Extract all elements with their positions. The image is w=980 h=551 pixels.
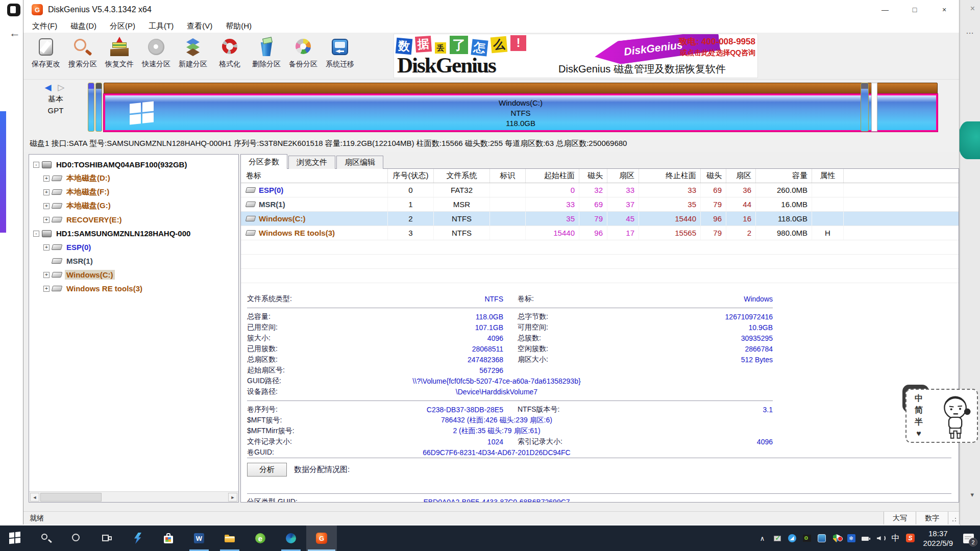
quick-partition-button[interactable]: 快速分区: [138, 35, 175, 78]
tray-ime-lang-icon[interactable]: 中: [891, 528, 901, 548]
scroll-left-icon[interactable]: ◄: [30, 493, 39, 502]
ime-mode-char[interactable]: 中: [914, 393, 924, 404]
tray-nvidia-icon[interactable]: [802, 528, 812, 548]
tree-item-windows-re[interactable]: + Windows RE tools(3): [29, 282, 238, 295]
tray-battery-icon[interactable]: [861, 528, 871, 548]
task-view-icon[interactable]: [92, 525, 122, 551]
background-close-icon[interactable]: ×: [970, 4, 975, 13]
new-partition-button[interactable]: 新建分区: [175, 35, 211, 78]
partition-bar-windows-c[interactable]: Windows(C:) NTFS 118.0GB: [104, 83, 938, 132]
menu-item[interactable]: 帮助(H): [219, 19, 258, 33]
expander-icon[interactable]: -: [33, 162, 39, 168]
tree-item-msr[interactable]: MSR(1): [29, 254, 238, 268]
diskgenius-taskbar-icon[interactable]: G: [306, 525, 337, 551]
scroll-right-icon[interactable]: ►: [228, 493, 237, 502]
save-changes-button[interactable]: 保存更改: [28, 35, 64, 78]
search-partition-button[interactable]: 搜索分区: [64, 35, 101, 78]
expander-icon[interactable]: +: [43, 176, 50, 182]
tray-antivirus-icon[interactable]: ✓: [772, 528, 782, 548]
start-button[interactable]: [0, 525, 31, 551]
table-header-cell[interactable]: 扇区: [607, 169, 639, 183]
ad-qq-link[interactable]: 或点击此处选择QQ咨询: [679, 48, 755, 58]
taskbar-clock[interactable]: 18:37 2022/5/9: [920, 529, 956, 548]
tree-item-local-g[interactable]: + 本地磁盘(G:): [29, 199, 238, 213]
table-header-cell[interactable]: 磁头: [701, 169, 726, 183]
ad-contact[interactable]: 致电: 400-008-9958 或点击此处选择QQ咨询: [679, 36, 755, 58]
tab-sector-edit[interactable]: 扇区编辑: [336, 156, 383, 169]
partition-bar-msr[interactable]: [95, 83, 102, 132]
menu-item[interactable]: 工具(T): [142, 19, 180, 33]
backup-partition-button[interactable]: 备份分区: [285, 35, 322, 78]
disk-prev-icon[interactable]: ◀: [45, 83, 54, 92]
table-header-cell[interactable]: 序号(状态): [388, 169, 434, 183]
partition-row-windows-re[interactable]: Windows RE tools(3) 3 NTFS 15440 96 17 1…: [241, 226, 959, 240]
tray-sogou-icon[interactable]: S: [905, 528, 916, 548]
expander-icon[interactable]: +: [43, 272, 50, 278]
table-header-cell[interactable]: 容量: [756, 169, 812, 183]
table-header-cell[interactable]: 终止柱面: [639, 169, 701, 183]
tray-dingtalk-icon[interactable]: [787, 528, 797, 548]
ime-status-panel[interactable]: 中简半♥: [905, 389, 978, 443]
delete-partition-button[interactable]: 删除分区: [248, 35, 285, 78]
tree-hscrollbar[interactable]: ◄ ►: [29, 491, 238, 502]
resize-grip[interactable]: [948, 512, 959, 524]
green-browser-icon[interactable]: e: [245, 525, 276, 551]
partition-bar-windows-re[interactable]: [861, 83, 869, 132]
menu-item[interactable]: 分区(P): [103, 19, 142, 33]
table-header-cell[interactable]: 磁头: [579, 169, 607, 183]
notification-center-icon[interactable]: 2: [961, 528, 976, 548]
tab-browse-files[interactable]: 浏览文件: [288, 156, 335, 169]
tree-item-local-f[interactable]: + 本地磁盘(F:): [29, 185, 238, 199]
expander-icon[interactable]: +: [43, 189, 50, 195]
partition-bar-esp[interactable]: [88, 83, 94, 132]
word-icon[interactable]: W: [184, 525, 214, 551]
tab-partition-params[interactable]: 分区参数: [240, 154, 287, 169]
table-header-cell[interactable]: 卷标: [241, 169, 388, 183]
system-migration-button[interactable]: 系统迁移: [322, 35, 358, 78]
expander-icon[interactable]: +: [43, 286, 50, 292]
microsoft-store-icon[interactable]: [153, 525, 184, 551]
table-header-cell[interactable]: 属性: [812, 169, 844, 183]
file-explorer-icon[interactable]: [214, 525, 245, 551]
back-arrow-icon[interactable]: ←: [9, 27, 20, 40]
background-more-icon[interactable]: …: [966, 27, 974, 36]
ime-mode-char[interactable]: 简: [914, 405, 924, 415]
background-scroll-down-icon[interactable]: ▾: [970, 491, 974, 498]
ime-mode-char[interactable]: 半: [914, 416, 924, 427]
partition-row-esp[interactable]: ESP(0) 0 FAT32 0 32 33 33 69 36 260.0MB: [241, 183, 959, 197]
scrollbar-thumb[interactable]: [40, 493, 102, 502]
table-header-cell[interactable]: 标识: [490, 169, 526, 183]
menu-item[interactable]: 查看(V): [180, 19, 219, 33]
recover-files-button[interactable]: 恢复文件: [101, 35, 138, 78]
tray-defender-icon[interactable]: [831, 528, 842, 548]
format-button[interactable]: 格式化: [211, 35, 248, 78]
tray-snowflake-icon[interactable]: ❄: [846, 528, 856, 548]
tree-item-hd0[interactable]: - HD0:TOSHIBAMQ04ABF100(932GB): [29, 158, 238, 171]
minimize-button[interactable]: —: [870, 0, 900, 19]
partition-row-msr[interactable]: MSR(1) 1 MSR 33 69 37 35 79 44 16.0MB: [241, 197, 959, 212]
table-header-cell[interactable]: 扇区: [726, 169, 756, 183]
disk-next-icon[interactable]: ▷: [58, 83, 66, 92]
tree-item-recovery-e[interactable]: + RECOVERY(E:): [29, 213, 238, 227]
expander-icon[interactable]: -: [33, 231, 39, 237]
analyze-button[interactable]: 分析: [247, 463, 287, 477]
tray-chevron-icon[interactable]: ∧: [757, 528, 768, 548]
ad-banner[interactable]: 数据丢了怎么! DiskGenius DiskGenius 致电: 400-00…: [394, 34, 758, 78]
expander-icon[interactable]: +: [43, 203, 50, 209]
table-header-cell[interactable]: 起始柱面: [526, 169, 579, 183]
flash-app-icon[interactable]: [122, 525, 153, 551]
tree-item-local-d[interactable]: + 本地磁盘(D:): [29, 171, 238, 185]
menu-item[interactable]: 文件(F): [26, 19, 64, 33]
tray-volume-icon[interactable]: [876, 528, 886, 548]
tree-item-windows-c[interactable]: + Windows(C:): [29, 268, 238, 282]
menu-item[interactable]: 磁盘(D): [64, 19, 103, 33]
tree-item-hd1[interactable]: - HD1:SAMSUNGMZNLN128HAHQ-000: [29, 227, 238, 240]
close-button[interactable]: ×: [929, 0, 959, 19]
table-header-cell[interactable]: 文件系统: [434, 169, 490, 183]
partition-row-windows-c[interactable]: Windows(C:) 2 NTFS 35 79 45 15440 96 16 …: [241, 212, 959, 226]
tree-item-esp[interactable]: + ESP(0): [29, 240, 238, 254]
edge-icon[interactable]: [276, 525, 306, 551]
expander-icon[interactable]: +: [43, 217, 50, 223]
ime-mode-char[interactable]: ♥: [914, 428, 924, 439]
maximize-button[interactable]: □: [900, 0, 929, 19]
